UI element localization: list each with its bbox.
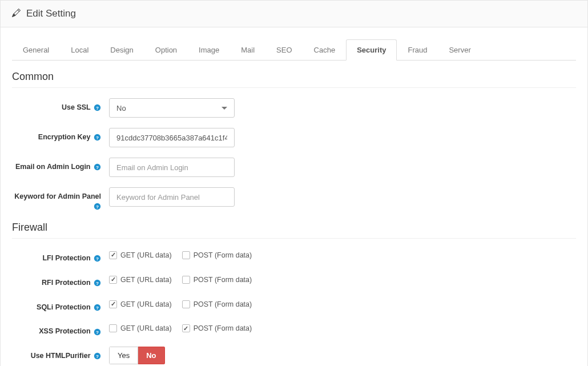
check-rfi-post[interactable]: POST (Form data) <box>182 276 252 284</box>
checkbox-icon <box>182 300 190 308</box>
svg-text:?: ? <box>96 106 99 111</box>
svg-text:?: ? <box>96 305 99 310</box>
label-html-purifier: Use HTMLPurifier ? <box>12 347 109 361</box>
caret-down-icon <box>221 107 227 110</box>
checkbox-icon <box>109 251 117 259</box>
check-rfi-get[interactable]: GET (URL data) <box>109 276 172 284</box>
svg-text:?: ? <box>96 135 99 140</box>
tab-seo[interactable]: SEO <box>265 39 303 61</box>
tab-local[interactable]: Local <box>60 39 99 61</box>
row-rfi: RFI Protection ?GET (URL data)POST (Form… <box>12 274 576 288</box>
page-title: Edit Setting <box>26 8 76 19</box>
label-encryption-key: Encryption Key ? <box>12 128 109 142</box>
help-icon[interactable]: ? <box>94 352 101 360</box>
tab-cache[interactable]: Cache <box>303 39 347 61</box>
tab-option[interactable]: Option <box>144 39 188 61</box>
check-lfi-get[interactable]: GET (URL data) <box>109 251 172 259</box>
svg-text:?: ? <box>96 281 99 286</box>
label-xss: XSS Protection ? <box>12 322 109 336</box>
svg-text:?: ? <box>96 256 99 262</box>
pencil-icon <box>12 9 21 19</box>
select-use-ssl[interactable]: No <box>109 98 235 118</box>
row-sqli: SQLi Protection ?GET (URL data)POST (For… <box>12 298 576 312</box>
checks-xss: GET (URL data)POST (Form data) <box>109 322 252 332</box>
label-rfi: RFI Protection ? <box>12 274 109 288</box>
check-label: GET (URL data) <box>120 251 172 259</box>
help-icon[interactable]: ? <box>94 255 101 262</box>
checkbox-icon <box>182 251 190 259</box>
check-label: POST (Form data) <box>194 276 252 284</box>
tab-fraud[interactable]: Fraud <box>397 39 438 61</box>
tab-image[interactable]: Image <box>188 39 230 61</box>
tab-mail[interactable]: Mail <box>230 39 265 61</box>
row-email-admin: Email on Admin Login ? <box>12 158 576 177</box>
label-keyword-admin: Keyword for Admin Panel ? <box>12 187 109 211</box>
help-icon[interactable]: ? <box>94 203 101 210</box>
svg-text:?: ? <box>96 204 99 210</box>
section-firewall-title: Firewall <box>12 222 576 239</box>
section-common-title: Common <box>12 71 576 88</box>
toggle-no[interactable]: No <box>138 347 164 364</box>
help-icon[interactable]: ? <box>94 304 101 311</box>
row-lfi: LFI Protection ?GET (URL data)POST (Form… <box>12 249 576 263</box>
label-lfi: LFI Protection ? <box>12 249 109 263</box>
row-keyword-admin: Keyword for Admin Panel ? <box>12 187 576 211</box>
panel-header: Edit Setting <box>1 1 587 27</box>
check-lfi-post[interactable]: POST (Form data) <box>182 251 252 259</box>
check-label: POST (Form data) <box>194 300 252 308</box>
check-label: GET (URL data) <box>120 276 172 284</box>
label-sqli: SQLi Protection ? <box>12 298 109 312</box>
tab-server[interactable]: Server <box>438 39 481 61</box>
toggle-html-purifier[interactable]: Yes No <box>109 347 165 364</box>
help-icon[interactable]: ? <box>94 328 101 336</box>
checkbox-icon <box>182 276 190 284</box>
checkbox-icon <box>109 300 117 308</box>
input-email-admin[interactable] <box>109 158 235 177</box>
check-label: GET (URL data) <box>120 324 172 332</box>
checks-rfi: GET (URL data)POST (Form data) <box>109 274 252 284</box>
row-use-ssl: Use SSL ? No <box>12 98 576 118</box>
label-use-ssl: Use SSL ? <box>12 98 109 112</box>
checkbox-icon <box>182 324 190 332</box>
tabs-nav: GeneralLocalDesignOptionImageMailSEOCach… <box>12 39 576 61</box>
row-html-purifier: Use HTMLPurifier ? Yes No <box>12 347 576 364</box>
check-xss-get[interactable]: GET (URL data) <box>109 324 172 332</box>
settings-panel: Edit Setting GeneralLocalDesignOptionIma… <box>0 0 588 366</box>
svg-text:?: ? <box>96 165 99 170</box>
label-email-admin: Email on Admin Login ? <box>12 158 109 172</box>
tab-security[interactable]: Security <box>346 39 397 61</box>
row-encryption-key: Encryption Key ? <box>12 128 576 147</box>
checks-lfi: GET (URL data)POST (Form data) <box>109 249 252 259</box>
tab-general[interactable]: General <box>12 39 60 61</box>
input-encryption-key[interactable] <box>109 128 235 147</box>
tab-design[interactable]: Design <box>99 39 144 61</box>
help-icon[interactable]: ? <box>94 134 101 141</box>
checkbox-icon <box>109 324 117 332</box>
check-label: POST (Form data) <box>194 251 252 259</box>
check-label: GET (URL data) <box>120 300 172 308</box>
check-label: POST (Form data) <box>194 324 252 332</box>
checkbox-icon <box>109 276 117 284</box>
checks-sqli: GET (URL data)POST (Form data) <box>109 298 252 308</box>
select-use-ssl-value: No <box>116 104 126 112</box>
svg-text:?: ? <box>96 329 99 335</box>
help-icon[interactable]: ? <box>94 279 101 287</box>
svg-text:?: ? <box>96 354 99 359</box>
check-xss-post[interactable]: POST (Form data) <box>182 324 252 332</box>
toggle-yes[interactable]: Yes <box>109 347 138 364</box>
input-keyword-admin[interactable] <box>109 187 235 207</box>
check-sqli-get[interactable]: GET (URL data) <box>109 300 172 308</box>
help-icon[interactable]: ? <box>94 104 101 111</box>
panel-body: GeneralLocalDesignOptionImageMailSEOCach… <box>1 27 587 366</box>
help-icon[interactable]: ? <box>94 163 101 171</box>
check-sqli-post[interactable]: POST (Form data) <box>182 300 252 308</box>
row-xss: XSS Protection ?GET (URL data)POST (Form… <box>12 322 576 336</box>
